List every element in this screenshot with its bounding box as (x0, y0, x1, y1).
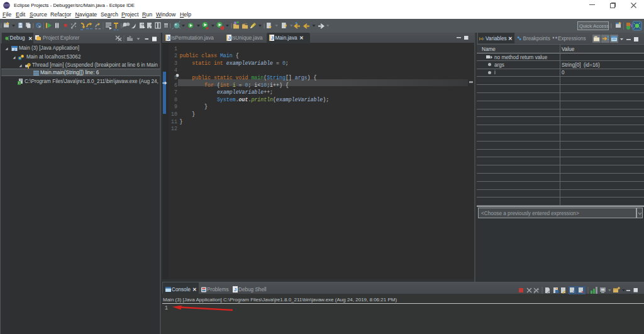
svg-text:J: J (234, 287, 236, 292)
svg-text:J: J (228, 35, 231, 41)
svg-text:J: J (167, 35, 170, 41)
svg-text:J: J (14, 48, 16, 52)
svg-text:J: J (271, 35, 274, 41)
